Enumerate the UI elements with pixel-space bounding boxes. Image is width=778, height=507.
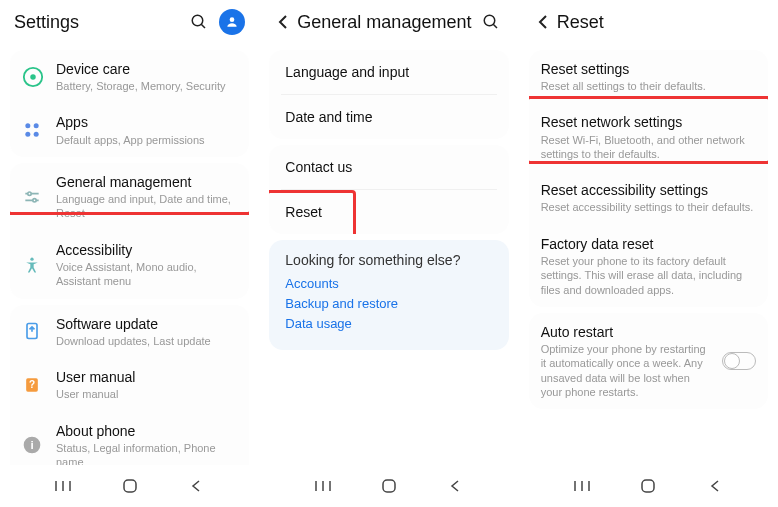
profile-avatar[interactable] (219, 9, 245, 35)
item-title: Reset network settings (541, 113, 756, 131)
item-language-input[interactable]: Language and input (269, 50, 508, 94)
item-title: Accessibility (56, 241, 237, 259)
item-title: Reset accessibility settings (541, 181, 756, 199)
svg-point-11 (28, 192, 31, 195)
item-factory-reset[interactable]: Factory data resetReset your phone to it… (529, 225, 768, 307)
nav-back[interactable] (435, 479, 475, 493)
reset-list: Reset settingsReset all settings to thei… (519, 44, 778, 465)
nav-bar (0, 465, 259, 507)
settings-item-user-manual[interactable]: ? User manualUser manual (10, 358, 249, 411)
item-reset-accessibility[interactable]: Reset accessibility settingsReset access… (529, 171, 768, 224)
group: Device careBattery, Storage, Memory, Sec… (10, 50, 249, 157)
header: General management (259, 0, 518, 44)
group: Contact us Reset (269, 145, 508, 234)
back-icon[interactable] (533, 8, 553, 36)
item-sub: Reset your phone to its factory default … (541, 254, 756, 297)
nav-home[interactable] (369, 478, 409, 494)
item-title: Software update (56, 315, 237, 333)
svg-line-1 (202, 24, 206, 28)
accessibility-icon (22, 255, 56, 275)
item-title: User manual (56, 368, 237, 386)
page-title: Settings (14, 12, 185, 33)
item-title: About phone (56, 422, 237, 440)
item-sub: Download updates, Last update (56, 334, 237, 348)
item-sub: Reset accessibility settings to their de… (541, 200, 756, 214)
group: Software updateDownload updates, Last up… (10, 305, 249, 465)
group: Language and input Date and time (269, 50, 508, 139)
svg-rect-28 (383, 480, 395, 492)
apps-icon (22, 120, 56, 140)
group: Reset settingsReset all settings to thei… (529, 50, 768, 307)
item-reset[interactable]: Reset (269, 190, 508, 234)
item-title: Reset settings (541, 60, 756, 78)
header: Settings (0, 0, 259, 44)
svg-point-6 (34, 124, 39, 129)
reset-panel: Reset Reset settingsReset all settings t… (519, 0, 778, 507)
settings-panel: Settings Device careBattery, Storage, Me… (0, 0, 259, 507)
nav-back[interactable] (695, 479, 735, 493)
group: General managementLanguage and input, Da… (10, 163, 249, 299)
nav-bar (259, 465, 518, 507)
link-accounts[interactable]: Accounts (285, 276, 492, 291)
nav-recents[interactable] (303, 479, 343, 493)
svg-point-0 (193, 15, 204, 26)
settings-item-about-phone[interactable]: i About phoneStatus, Legal information, … (10, 412, 249, 466)
nav-recents[interactable] (562, 479, 602, 493)
item-sub: Battery, Storage, Memory, Security (56, 79, 237, 93)
svg-text:?: ? (29, 379, 35, 390)
search-icon[interactable] (185, 8, 213, 36)
svg-rect-32 (642, 480, 654, 492)
manual-icon: ? (22, 375, 56, 395)
item-sub: Language and input, Date and time, Reset (56, 192, 237, 221)
svg-point-13 (30, 257, 33, 260)
looking-for: Looking for something else? Accounts Bac… (269, 240, 508, 350)
svg-line-24 (493, 24, 497, 28)
settings-item-accessibility[interactable]: AccessibilityVoice Assistant, Mono audio… (10, 231, 249, 299)
nav-back[interactable] (176, 479, 216, 493)
nav-recents[interactable] (43, 479, 83, 493)
svg-point-12 (33, 199, 36, 202)
link-backup-restore[interactable]: Backup and restore (285, 296, 492, 311)
settings-item-device-care[interactable]: Device careBattery, Storage, Memory, Sec… (10, 50, 249, 103)
settings-item-general-management[interactable]: General managementLanguage and input, Da… (10, 163, 249, 231)
nav-home[interactable] (110, 478, 150, 494)
item-sub: User manual (56, 387, 237, 401)
auto-restart-toggle[interactable] (722, 352, 756, 370)
gm-list: Language and input Date and time Contact… (259, 44, 518, 465)
settings-list: Device careBattery, Storage, Memory, Sec… (0, 44, 259, 465)
item-sub: Optimize your phone by restarting it aut… (541, 342, 714, 399)
settings-item-apps[interactable]: AppsDefault apps, App permissions (10, 103, 249, 156)
item-title: Auto restart (541, 323, 714, 341)
item-title: Factory data reset (541, 235, 756, 253)
svg-point-5 (25, 124, 30, 129)
search-icon[interactable] (477, 8, 505, 36)
item-reset-settings[interactable]: Reset settingsReset all settings to thei… (529, 50, 768, 103)
svg-rect-22 (124, 480, 136, 492)
item-sub: Default apps, App permissions (56, 133, 237, 147)
svg-text:i: i (30, 439, 33, 452)
back-icon[interactable] (273, 8, 293, 36)
item-contact-us[interactable]: Contact us (269, 145, 508, 189)
nav-bar (519, 465, 778, 507)
header: Reset (519, 0, 778, 44)
page-title: General management (297, 12, 476, 33)
update-icon (22, 321, 56, 341)
item-title: General management (56, 173, 237, 191)
svg-point-7 (25, 132, 30, 137)
group: Auto restartOptimize your phone by resta… (529, 313, 768, 409)
item-sub: Reset all settings to their defaults. (541, 79, 756, 93)
settings-item-software-update[interactable]: Software updateDownload updates, Last up… (10, 305, 249, 358)
item-auto-restart[interactable]: Auto restartOptimize your phone by resta… (529, 313, 768, 409)
svg-point-8 (34, 132, 39, 137)
item-sub: Reset Wi-Fi, Bluetooth, and other networ… (541, 133, 756, 162)
svg-point-23 (484, 15, 495, 26)
footer-title: Looking for something else? (285, 252, 492, 268)
device-care-icon (22, 66, 56, 88)
svg-point-4 (30, 74, 36, 80)
link-data-usage[interactable]: Data usage (285, 316, 492, 331)
item-sub: Voice Assistant, Mono audio, Assistant m… (56, 260, 237, 289)
nav-home[interactable] (628, 478, 668, 494)
item-date-time[interactable]: Date and time (269, 95, 508, 139)
item-title: Apps (56, 113, 237, 131)
item-reset-network[interactable]: Reset network settingsReset Wi-Fi, Bluet… (529, 103, 768, 171)
